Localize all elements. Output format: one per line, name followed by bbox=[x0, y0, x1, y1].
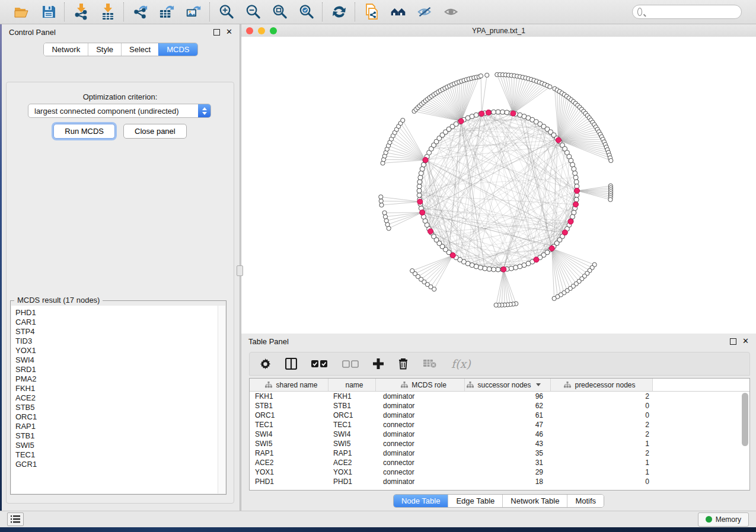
select-all-icon[interactable] bbox=[311, 360, 328, 368]
show-all-icon[interactable] bbox=[444, 4, 460, 20]
close-table-panel-icon[interactable]: ✕ bbox=[742, 338, 749, 344]
tab-select[interactable]: Select bbox=[121, 43, 158, 56]
import-network-icon[interactable] bbox=[73, 4, 89, 20]
memory-button[interactable]: Memory bbox=[698, 512, 749, 527]
mcds-node-item[interactable]: CAR1 bbox=[15, 318, 218, 327]
network-graph bbox=[241, 37, 756, 334]
table-row[interactable]: ACE2ACE2connector311 bbox=[250, 458, 749, 467]
search-box[interactable] bbox=[632, 5, 742, 19]
mcds-node-item[interactable]: TID3 bbox=[15, 336, 218, 346]
tab-mcds[interactable]: MCDS bbox=[158, 43, 197, 56]
add-column-icon[interactable] bbox=[373, 358, 384, 369]
table-cell: ACE2 bbox=[250, 459, 328, 467]
close-panel-icon[interactable]: ✕ bbox=[226, 29, 232, 35]
float-panel-icon[interactable] bbox=[213, 29, 220, 36]
column-header-successor-nodes[interactable]: successor nodes bbox=[465, 379, 551, 391]
table-cell: STB1 bbox=[250, 402, 328, 410]
mcds-node-item[interactable]: PMA2 bbox=[15, 374, 218, 384]
mcds-node-item[interactable]: RAP1 bbox=[15, 422, 218, 431]
delete-table-icon[interactable] bbox=[423, 359, 437, 368]
mcds-node-item[interactable]: TEC1 bbox=[15, 450, 218, 460]
column-header-shared-name[interactable]: shared name bbox=[250, 379, 328, 391]
save-session-icon[interactable] bbox=[40, 4, 56, 20]
column-label: shared name bbox=[276, 381, 317, 389]
mcds-node-item[interactable]: SRD1 bbox=[15, 365, 218, 374]
zoom-fit-icon[interactable] bbox=[272, 4, 288, 20]
table-row[interactable]: FKH1FKH1dominator962 bbox=[250, 392, 749, 401]
mcds-node-item[interactable]: ACE2 bbox=[15, 393, 218, 403]
close-panel-button[interactable]: Close panel bbox=[123, 124, 187, 139]
export-image-icon[interactable] bbox=[186, 4, 202, 20]
mcds-node-item[interactable]: STB1 bbox=[15, 431, 218, 441]
zoom-in-icon[interactable] bbox=[218, 4, 234, 20]
table-row[interactable]: ORC1ORC1dominator610 bbox=[250, 411, 749, 420]
column-header-mcds-role[interactable]: MCDS role bbox=[376, 379, 465, 391]
tree-icon bbox=[467, 382, 474, 388]
table-cell: 96 bbox=[465, 392, 551, 400]
tab-node-table[interactable]: Node Table bbox=[394, 495, 448, 507]
tab-network-table[interactable]: Network Table bbox=[502, 495, 567, 507]
network-canvas[interactable] bbox=[241, 37, 756, 334]
tab-network[interactable]: Network bbox=[44, 43, 88, 56]
first-neighbors-icon[interactable] bbox=[390, 4, 406, 20]
column-header-predecessor-nodes[interactable]: predecessor nodes bbox=[551, 379, 653, 391]
clone-network-icon[interactable] bbox=[363, 4, 379, 20]
search-input[interactable] bbox=[642, 8, 741, 16]
network-window-titlebar[interactable]: YPA_prune.txt_1 bbox=[241, 24, 756, 37]
hide-selected-icon[interactable] bbox=[417, 4, 433, 20]
table-row[interactable]: PHD1PHD1dominator180 bbox=[250, 477, 749, 486]
tab-style[interactable]: Style bbox=[88, 43, 121, 56]
mcds-node-item[interactable]: SWI4 bbox=[15, 355, 218, 365]
sort-chevron-icon[interactable] bbox=[536, 383, 541, 386]
function-builder-icon[interactable]: f(x) bbox=[451, 357, 471, 370]
mcds-node-item[interactable]: GCR1 bbox=[15, 460, 218, 469]
mcds-node-item[interactable]: PHD1 bbox=[15, 308, 218, 318]
table-settings-gear-icon[interactable] bbox=[260, 358, 271, 370]
table-cell: RAP1 bbox=[250, 449, 328, 457]
search-icon bbox=[637, 8, 642, 16]
splitter-handle[interactable] bbox=[237, 265, 243, 276]
delete-column-trash-icon[interactable] bbox=[398, 358, 409, 370]
task-history-button[interactable] bbox=[7, 512, 24, 526]
table-cell: FKH1 bbox=[250, 392, 328, 400]
open-session-icon[interactable] bbox=[14, 4, 30, 20]
run-mcds-button[interactable]: Run MCDS bbox=[53, 124, 115, 139]
mcds-node-item[interactable]: SWI5 bbox=[15, 441, 218, 450]
refresh-icon[interactable] bbox=[331, 4, 347, 20]
column-label: MCDS role bbox=[412, 381, 446, 389]
zoom-selected-icon[interactable] bbox=[298, 4, 314, 20]
table-cell: connector bbox=[376, 440, 465, 448]
table-row[interactable]: SWI4SWI4dominator462 bbox=[250, 430, 749, 439]
table-cell: RAP1 bbox=[328, 449, 376, 457]
import-table-icon[interactable] bbox=[100, 4, 116, 20]
mcds-node-item[interactable]: YOX1 bbox=[15, 346, 218, 355]
mcds-node-item[interactable]: FKH1 bbox=[15, 384, 218, 393]
mcds-node-item[interactable]: STB5 bbox=[15, 403, 218, 412]
mcds-node-item[interactable]: ORC1 bbox=[15, 412, 218, 422]
column-chooser-icon[interactable] bbox=[285, 358, 297, 370]
mcds-node-item[interactable]: STP4 bbox=[15, 327, 218, 336]
tab-motifs[interactable]: Motifs bbox=[567, 495, 604, 507]
tab-edge-table[interactable]: Edge Table bbox=[448, 495, 502, 507]
network-window-title: YPA_prune.txt_1 bbox=[241, 27, 756, 35]
table-row[interactable]: STB1STB1dominator620 bbox=[250, 401, 749, 411]
deselect-all-icon[interactable] bbox=[342, 360, 359, 368]
export-network-icon[interactable] bbox=[132, 4, 148, 20]
table-row[interactable]: SWI5SWI5connector431 bbox=[250, 439, 749, 448]
export-table-icon[interactable] bbox=[159, 4, 175, 20]
table-row[interactable]: YOX1YOX1connector291 bbox=[250, 467, 749, 477]
mcds-list-scrollbar[interactable] bbox=[218, 306, 225, 493]
zoom-out-icon[interactable] bbox=[245, 4, 261, 20]
table-scrollbar-thumb[interactable] bbox=[742, 393, 748, 446]
table-cell: 0 bbox=[551, 411, 653, 419]
criterion-select[interactable]: largest connected component (undirected) bbox=[28, 104, 211, 118]
column-header-name[interactable]: name bbox=[328, 379, 376, 391]
memory-status-icon bbox=[706, 516, 712, 523]
table-cell: YOX1 bbox=[250, 468, 328, 476]
mcds-result-list[interactable]: PHD1CAR1STP4TID3YOX1SWI4SRD1PMA2FKH1ACE2… bbox=[11, 306, 225, 493]
table-row[interactable]: TEC1TEC1connector472 bbox=[250, 420, 749, 430]
float-table-panel-icon[interactable] bbox=[730, 338, 736, 345]
table-row[interactable]: RAP1RAP1dominator352 bbox=[250, 448, 749, 458]
table-cell: FKH1 bbox=[328, 392, 376, 400]
status-bar: Memory bbox=[0, 511, 756, 527]
